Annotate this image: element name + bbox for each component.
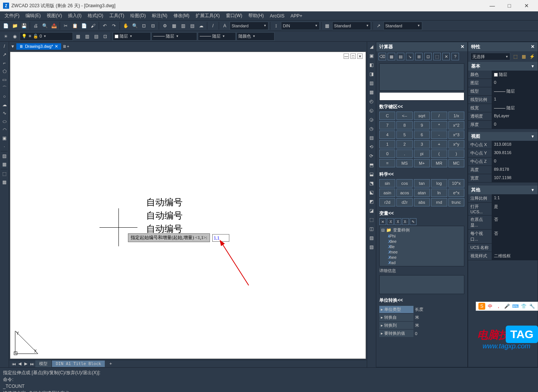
properties-icon[interactable]: ⚙	[161, 22, 169, 30]
var-name[interactable]: rad	[390, 260, 396, 265]
prop-value[interactable]: 0	[492, 121, 538, 129]
drawing-canvas[interactable]: — □ ✕ 自动编号 自动编号 自动编号 指定起始编号和增量(起始,增量) <1…	[10, 52, 366, 359]
calc-tool-icon[interactable]: ▦	[388, 53, 395, 60]
calc-key[interactable]: 4	[379, 131, 395, 139]
dim-style-icon[interactable]: ⟟	[272, 22, 280, 30]
sci-key[interactable]: cos	[396, 179, 412, 187]
xline-tool-icon[interactable]: ↗	[1, 51, 8, 58]
ime-keyboard-icon[interactable]: ⌨	[512, 303, 519, 310]
polyline-tool-icon[interactable]: ⌐	[1, 59, 8, 67]
ime-punct-icon[interactable]: ，	[495, 303, 502, 310]
calc-key[interactable]: x^2	[448, 121, 464, 129]
var-name[interactable]: mee	[390, 250, 398, 254]
zoom-icon[interactable]: 🔍	[131, 22, 139, 30]
canvas-close-icon[interactable]: ✕	[357, 54, 363, 59]
point-tool-icon[interactable]: ·	[1, 143, 8, 150]
calc-key[interactable]: -	[431, 131, 447, 139]
sogou-icon[interactable]: S	[478, 303, 485, 310]
calc-tool-icon[interactable]: ⊞	[415, 53, 423, 60]
variables-section-title[interactable]: 变量<<	[379, 209, 464, 218]
tool-palette-icon[interactable]: ▥	[179, 22, 187, 30]
unit-row-value[interactable]: 0	[413, 331, 464, 337]
calc-key[interactable]: 8	[396, 121, 412, 129]
modify-tool-icon[interactable]: ▥	[367, 79, 375, 87]
prop-value[interactable]: 随层	[492, 71, 538, 79]
hatch-tool-icon[interactable]: ▨	[1, 152, 8, 160]
modify-tool-icon[interactable]: ▦	[367, 88, 375, 96]
calc-key[interactable]: 6	[414, 131, 430, 139]
ime-bar[interactable]: S 中 ， 🎤 ⌨ 👕 🔧	[476, 302, 538, 311]
unit-section-title[interactable]: 单位转换<<	[379, 296, 464, 305]
props-group-header[interactable]: 视图▼	[468, 132, 538, 141]
modify-tool-icon[interactable]: ◨	[367, 70, 375, 78]
prop-value[interactable]: 89.8178	[492, 166, 538, 174]
calc-key[interactable]: 9	[414, 121, 430, 129]
modify-tool-icon[interactable]: ◶	[367, 115, 375, 124]
paste-icon[interactable]: 📄	[80, 22, 88, 30]
sci-key[interactable]: atan	[414, 189, 430, 197]
unit-row-value[interactable]: 米	[413, 322, 464, 329]
rectangle-tool-icon[interactable]: ▭	[1, 76, 8, 83]
layer-tool2-icon[interactable]: ⊡	[101, 32, 109, 41]
modify-tool-icon[interactable]: ◩	[367, 197, 375, 206]
menu-insert[interactable]: 插入(I)	[65, 11, 84, 20]
calc-tool-icon[interactable]: ⌫	[379, 53, 386, 60]
copy-icon[interactable]: 📋	[71, 22, 79, 30]
prop-value[interactable]	[492, 244, 538, 252]
calc-key[interactable]: MS	[396, 159, 412, 167]
modify-tool-icon[interactable]: ◫	[367, 225, 375, 233]
layer-state-icon[interactable]: ▦	[74, 32, 82, 41]
sci-key[interactable]: log	[431, 179, 447, 187]
sci-key[interactable]: abs	[414, 198, 430, 206]
prop-value[interactable]: ByLayer	[492, 112, 538, 120]
collapse-icon[interactable]: ⊟	[381, 228, 385, 233]
calc-key[interactable]: pi	[414, 150, 430, 158]
pickadd-icon[interactable]: ⚡	[529, 53, 535, 60]
prop-value[interactable]: 1	[492, 96, 538, 104]
layer-tool-icon[interactable]: ▤	[92, 32, 100, 41]
modify-tool-icon[interactable]: ▤	[367, 134, 375, 142]
calc-key[interactable]: 1/x	[448, 112, 464, 120]
modify-tool-icon[interactable]: ⬚	[367, 216, 375, 224]
menu-dimension[interactable]: 标注(N)	[149, 11, 170, 20]
plot-icon[interactable]: 🖨	[32, 22, 40, 30]
props-group-header[interactable]: 其他▼	[468, 186, 538, 194]
region-tool-icon[interactable]: ⬚	[1, 170, 8, 178]
modify-tool-icon[interactable]: ◵	[367, 106, 375, 115]
modify-tool-icon[interactable]: ⬔	[367, 179, 375, 187]
prop-value[interactable]: 0	[492, 79, 538, 87]
canvas-minimize-icon[interactable]: —	[344, 54, 349, 59]
calc-tool-icon[interactable]: ⊡	[424, 53, 432, 60]
color-dropdown[interactable]: 随层▼	[113, 32, 151, 41]
ime-cn-icon[interactable]: 中	[487, 303, 494, 310]
spline-tool-icon[interactable]: ∿	[1, 109, 8, 117]
modify-tool-icon[interactable]: ◴	[367, 97, 375, 105]
close-panel-icon[interactable]: ✕	[531, 44, 535, 49]
layout-tab[interactable]: DIN A1 Title Block	[52, 361, 105, 367]
calc-tool-icon[interactable]: ↘	[406, 53, 413, 60]
unit-row-value[interactable]: 米	[413, 314, 464, 321]
menu-arcgis[interactable]: ArcGIS	[267, 11, 288, 20]
menu-window[interactable]: 窗口(W)	[223, 11, 245, 20]
modify-tool-icon[interactable]: ⬒	[367, 161, 375, 169]
ellipse-tool-icon[interactable]: ⬭	[1, 118, 8, 125]
menu-modify[interactable]: 修改(M)	[170, 11, 192, 20]
sci-key[interactable]: trunc	[448, 198, 464, 206]
undo-icon[interactable]: ↶	[101, 22, 109, 30]
var-name[interactable]: ille	[390, 244, 394, 249]
table-style-icon[interactable]: ▦	[323, 22, 331, 30]
prop-value[interactable]: 0	[492, 157, 538, 165]
prop-value[interactable]: 313.0818	[492, 141, 538, 149]
linetype-dropdown[interactable]: 随层▼	[151, 32, 197, 41]
ime-mic-icon[interactable]: 🎤	[503, 303, 510, 310]
open-icon[interactable]: 📁	[11, 22, 19, 30]
mleader-style-icon[interactable]: ↗	[374, 22, 383, 30]
prev-tab-icon[interactable]: ◀	[17, 361, 23, 367]
calc-key[interactable]: (	[431, 150, 447, 158]
prop-value[interactable]: 是	[492, 203, 538, 215]
var-name[interactable]: nee	[390, 255, 396, 260]
save-icon[interactable]: 💾	[20, 22, 28, 30]
calc-key[interactable]: x^3	[448, 131, 464, 139]
minimize-button[interactable]: —	[484, 0, 501, 11]
modify-tool-icon[interactable]: ▧	[367, 243, 375, 251]
